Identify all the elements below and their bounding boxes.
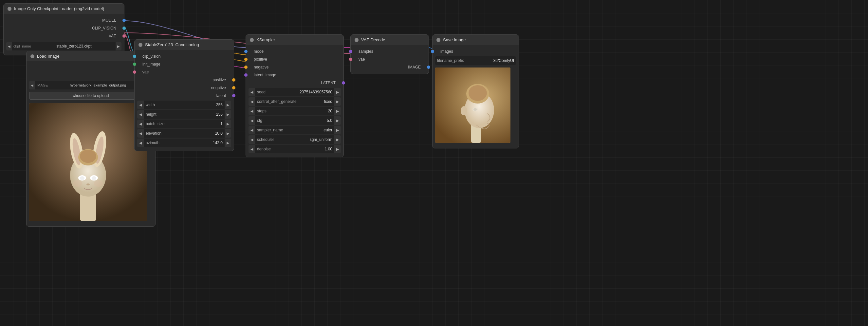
image-prev-btn[interactable]: ◀	[29, 81, 35, 89]
preview-background	[29, 103, 147, 221]
cfg-dec-btn[interactable]: ◀	[249, 116, 255, 125]
vae-port-row: VAE	[4, 32, 124, 40]
width-dec-btn[interactable]: ◀	[137, 100, 144, 109]
negative-out-label: negative	[208, 86, 229, 90]
seed-value: 237514639057560	[298, 90, 334, 94]
denoise-dec-btn[interactable]: ◀	[249, 145, 255, 153]
elevation-field: ◀ elevation 10.0 ▶	[137, 129, 231, 138]
vae-output-port[interactable]	[122, 34, 126, 38]
samples-in-row: samples	[351, 48, 429, 55]
samples-input-port[interactable]	[349, 50, 352, 53]
elevation-inc-btn[interactable]: ▶	[225, 129, 231, 138]
seed-dec-btn[interactable]: ◀	[249, 88, 255, 96]
model-output-port[interactable]	[122, 19, 126, 22]
width-value: 256	[214, 102, 225, 107]
ksampler-status-dot	[250, 38, 254, 42]
ksampler-positive-input-port[interactable]	[244, 58, 248, 61]
vae-decode-header: VAE Decode	[351, 35, 429, 45]
vae-in2-row: vae	[351, 55, 429, 63]
image-output-port[interactable]	[427, 65, 430, 69]
image-out2-label: IMAGE	[405, 65, 424, 69]
vae-in-label: vae	[139, 70, 152, 75]
stable-zero123-node: StableZero123_Conditioning clip_vision i…	[134, 39, 234, 151]
vae-decode-input-port[interactable]	[349, 58, 352, 61]
clip-vision-port-row: CLIP_VISION	[4, 24, 124, 32]
sampler-inc-btn[interactable]: ▶	[334, 126, 341, 134]
ksampler-latent-in-row: latent_image	[246, 71, 343, 79]
azimuth-label: azimuth	[144, 141, 211, 145]
svg-point-11	[80, 176, 85, 180]
stable-zero123-status-dot	[138, 43, 143, 47]
save-preview-svg	[435, 67, 510, 143]
azimuth-inc-btn[interactable]: ▶	[225, 139, 231, 147]
ksampler-model-input-port[interactable]	[244, 50, 248, 53]
clip-vision-output-port[interactable]	[122, 27, 126, 30]
ksampler-latent-output-port[interactable]	[342, 81, 345, 85]
checkpoint-loader-node: Image Only Checkpoint Loader (img2vid mo…	[3, 3, 124, 55]
steps-inc-btn[interactable]: ▶	[334, 107, 341, 115]
batch-dec-btn[interactable]: ◀	[137, 120, 144, 128]
model-port-row: MODEL	[4, 17, 124, 24]
steps-dec-btn[interactable]: ◀	[249, 107, 255, 115]
clip-vision-input-port[interactable]	[133, 55, 136, 58]
elevation-dec-btn[interactable]: ◀	[137, 129, 144, 138]
sampler-dec-btn[interactable]: ◀	[249, 126, 255, 134]
statue-svg	[29, 103, 147, 221]
positive-out-label: positive	[209, 78, 229, 82]
denoise-field: ◀ denoise 1.00 ▶	[249, 145, 341, 153]
clip-vision-label: CLIP_VISION	[89, 26, 120, 30]
stable-zero123-body: clip_vision init_image vae positive nega…	[134, 50, 234, 151]
vae-input-port[interactable]	[133, 70, 136, 74]
cfg-label: cfg	[255, 118, 325, 123]
clip-vision-in-row: clip_vision	[134, 52, 234, 60]
svg-point-20	[469, 85, 487, 101]
width-inc-btn[interactable]: ▶	[225, 100, 231, 109]
denoise-inc-btn[interactable]: ▶	[334, 145, 341, 153]
azimuth-field: ◀ azimuth 142.0 ▶	[137, 139, 231, 147]
ksampler-latent-out-label: LATENT	[318, 81, 339, 85]
sampler-name-value: euler	[321, 128, 334, 132]
cfg-inc-btn[interactable]: ▶	[334, 116, 341, 125]
control-dec-btn[interactable]: ◀	[249, 97, 255, 106]
init-image-input-port[interactable]	[133, 63, 136, 66]
svg-point-8	[80, 150, 96, 163]
batch-inc-btn[interactable]: ▶	[225, 120, 231, 128]
init-image-in-label: init_image	[139, 62, 164, 66]
svg-point-15	[94, 180, 103, 187]
vae-decode-status-dot	[354, 38, 359, 42]
stable-zero123-title: StableZero123_Conditioning	[145, 42, 199, 47]
control-inc-btn[interactable]: ▶	[334, 97, 341, 106]
latent-output-port[interactable]	[232, 94, 236, 97]
height-inc-btn[interactable]: ▶	[225, 110, 231, 119]
save-image-node: Save Image images filename_prefix 3d/Com…	[432, 34, 519, 148]
scheduler-field: ◀ scheduler sgm_uniform ▶	[249, 135, 341, 144]
batch-size-field: ◀ batch_size 1 ▶	[137, 120, 231, 128]
seed-inc-btn[interactable]: ▶	[334, 88, 341, 96]
positive-output-port[interactable]	[232, 78, 236, 82]
negative-output-port[interactable]	[232, 86, 236, 89]
ksampler-negative-input-port[interactable]	[244, 65, 248, 69]
ksampler-latent-in-label: latent_image	[250, 73, 280, 77]
ckpt-next-btn[interactable]: ▶	[116, 42, 122, 51]
ckpt-name-value: stable_zero123.ckpt	[32, 44, 116, 49]
ksampler-negative-in-row: negative	[246, 63, 343, 71]
ckpt-prev-btn[interactable]: ◀	[6, 42, 12, 51]
load-image-status-dot	[30, 54, 34, 58]
ksampler-latent-input-port[interactable]	[244, 73, 248, 77]
svg-point-23	[473, 108, 477, 111]
init-image-in-row: init_image	[134, 60, 234, 68]
svg-point-21	[461, 106, 467, 115]
azimuth-dec-btn[interactable]: ◀	[137, 139, 144, 147]
height-dec-btn[interactable]: ◀	[137, 110, 144, 119]
vae-in-row: vae	[134, 68, 234, 76]
images-input-port[interactable]	[431, 50, 434, 53]
batch-label: batch_size	[144, 122, 218, 126]
scheduler-dec-btn[interactable]: ◀	[249, 135, 255, 144]
checkpoint-loader-header: Image Only Checkpoint Loader (img2vid mo…	[4, 4, 124, 14]
vae-label: VAE	[105, 34, 120, 38]
scheduler-inc-btn[interactable]: ▶	[334, 135, 341, 144]
filename-prefix-value: 3d/ComfyUI	[492, 58, 516, 63]
model-label: MODEL	[99, 18, 120, 23]
ckpt-name-label: ckpt_name	[12, 44, 32, 48]
width-label: width	[144, 102, 214, 107]
